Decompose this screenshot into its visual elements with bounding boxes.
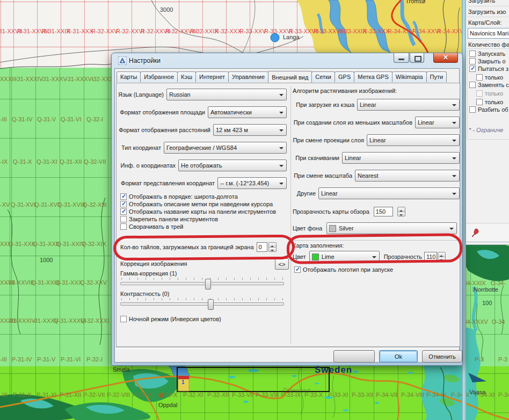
checkbox-row[interactable]: только xyxy=(476,74,509,81)
dropdown[interactable]: Linear xyxy=(357,99,460,111)
map-label: O-34- xyxy=(491,280,506,286)
tab[interactable]: Wikimapia xyxy=(392,71,427,82)
map-label: 1 xyxy=(181,379,185,386)
download-button-clipped[interactable]: Загрузить xyxy=(468,0,509,5)
logo-checkbox-row[interactable]: Отображать логотип при запуске xyxy=(294,266,393,273)
chevron-down-icon xyxy=(452,122,456,126)
dropdown[interactable]: Не отображать xyxy=(178,160,287,171)
checkbox-row[interactable]: Разбить об xyxy=(469,106,509,113)
minimize-button[interactable] xyxy=(394,53,409,63)
tab[interactable]: Кэш xyxy=(177,71,196,82)
checkbox-row[interactable]: Сворачивать в трей xyxy=(120,223,276,230)
tab[interactable]: Сетки xyxy=(311,71,335,82)
checkbox-row[interactable]: Отображать описание метки при наведении … xyxy=(120,201,276,207)
checkbox-row[interactable]: Отображать в порядке: широта-долгота xyxy=(120,193,276,200)
map-label: P-34-VIII xyxy=(401,392,424,398)
tab[interactable]: Пути xyxy=(426,71,447,82)
checkbox-row[interactable]: только xyxy=(476,99,509,105)
checkbox[interactable] xyxy=(469,106,476,113)
map-label: Q-32-XIII xyxy=(83,201,107,208)
checkbox[interactable] xyxy=(469,50,476,57)
overview-opacity-spinner[interactable] xyxy=(397,207,405,216)
map-label: Q-31-XVIII xyxy=(57,201,85,208)
map-label: Vaasa xyxy=(469,389,485,395)
overview-opacity-input[interactable]: 150 xyxy=(374,207,393,216)
slider-track xyxy=(120,302,284,306)
map-label: R-33-XXX xyxy=(363,28,390,34)
chevron-down-icon xyxy=(279,147,283,151)
layer-select[interactable]: Navionics Marin xyxy=(468,28,509,39)
checkbox-row[interactable]: Пытаться з xyxy=(469,66,509,72)
checkbox[interactable] xyxy=(469,66,476,72)
dropdown-value: Linear xyxy=(360,102,376,108)
tab[interactable]: Избранное xyxy=(140,71,178,82)
checkbox[interactable] xyxy=(476,99,483,105)
checkbox[interactable] xyxy=(120,216,127,222)
slider-thumb[interactable] xyxy=(208,299,214,310)
tab[interactable]: GPS xyxy=(335,71,354,82)
background-color-row: Цвет фона Silver xyxy=(293,222,457,234)
map-label: P-32-VII xyxy=(83,392,105,398)
checkbox-row[interactable]: Заменять с xyxy=(469,82,509,88)
overview-opacity-value: 150 xyxy=(376,208,386,215)
dropdown[interactable]: Географические / WGS84 xyxy=(164,142,287,154)
dropdown[interactable]: Автоматически xyxy=(208,106,287,118)
checkbox[interactable] xyxy=(120,193,127,200)
chevron-down-icon xyxy=(452,193,456,197)
overview-opacity-row: Прозрачность карты обзора 150 xyxy=(293,207,405,216)
tab[interactable]: Метка GPS xyxy=(354,71,392,82)
checkbox-label: Сворачивать в трей xyxy=(129,223,183,230)
tab[interactable]: Внешний вид xyxy=(268,71,312,83)
checkbox[interactable] xyxy=(294,266,301,273)
slider-thumb[interactable] xyxy=(205,279,211,289)
dropdown[interactable]: Linear xyxy=(318,187,460,199)
close-button[interactable] xyxy=(433,53,458,63)
contrast-slider[interactable] xyxy=(120,298,284,307)
gamma-slider[interactable] xyxy=(120,278,284,286)
tab[interactable]: Карты xyxy=(117,71,141,82)
dropdown[interactable]: Linear xyxy=(415,117,460,128)
checkbox[interactable] xyxy=(120,201,127,207)
map-label: -IX xyxy=(0,158,8,165)
dropdown[interactable]: Nearest xyxy=(355,170,460,182)
checkbox[interactable] xyxy=(120,316,127,322)
pushpin-icon[interactable] xyxy=(470,228,480,237)
dropdown[interactable]: Linear xyxy=(342,152,460,164)
dropdown[interactable]: 12 км 423 м xyxy=(213,124,287,136)
checkbox[interactable] xyxy=(120,208,127,215)
ok-button[interactable]: Ok xyxy=(379,350,418,363)
checkbox[interactable] xyxy=(469,58,476,64)
checkbox[interactable] xyxy=(120,223,127,230)
map-label: Q-32-VII xyxy=(84,158,106,165)
expand-button[interactable]: <> xyxy=(275,258,289,270)
map-label: -31-XXXV xyxy=(41,76,67,82)
checkbox[interactable] xyxy=(469,82,476,88)
field-label: При загрузке из кэша xyxy=(296,102,354,108)
map-label: Q-32-I xyxy=(86,116,103,122)
footnote: * - Ограниче xyxy=(469,127,503,133)
checkbox-row[interactable]: Отображать название карты на панели инст… xyxy=(120,208,276,215)
dropdown[interactable]: Russian xyxy=(166,89,287,100)
checkbox-row[interactable]: Запускать xyxy=(469,50,509,57)
apply-button[interactable] xyxy=(333,350,375,363)
checkbox[interactable] xyxy=(476,74,483,81)
checkbox[interactable] xyxy=(476,90,483,97)
tab[interactable]: Интернет xyxy=(195,71,229,82)
field-label: При создании слоя из меньших масштабов xyxy=(294,119,412,126)
checkbox-row[interactable]: только xyxy=(476,90,509,97)
dropdown[interactable]: Linear xyxy=(367,134,460,146)
night-mode-row[interactable]: Ночной режим (Инверсия цветов) xyxy=(120,316,221,322)
map-label: -III xyxy=(0,116,7,122)
map-label: Q-31-XXIV xyxy=(56,241,85,247)
checkbox-label: только xyxy=(485,74,503,81)
background-color-select[interactable]: Silver xyxy=(326,222,457,234)
dropdown[interactable]: -- г.м. (-12°23.454) xyxy=(217,177,287,189)
field-label: При смене масштаба xyxy=(294,172,352,179)
checkbox-row[interactable]: Закрепить панели инструментов xyxy=(120,216,276,222)
checkbox-row[interactable]: Закрыть о xyxy=(469,58,509,64)
map-label: Langa xyxy=(283,34,300,40)
chevron-down-icon xyxy=(452,157,456,162)
maximize-button[interactable] xyxy=(410,53,424,63)
cancel-button[interactable]: Отменить xyxy=(422,350,462,363)
tab[interactable]: Управление xyxy=(228,71,268,82)
